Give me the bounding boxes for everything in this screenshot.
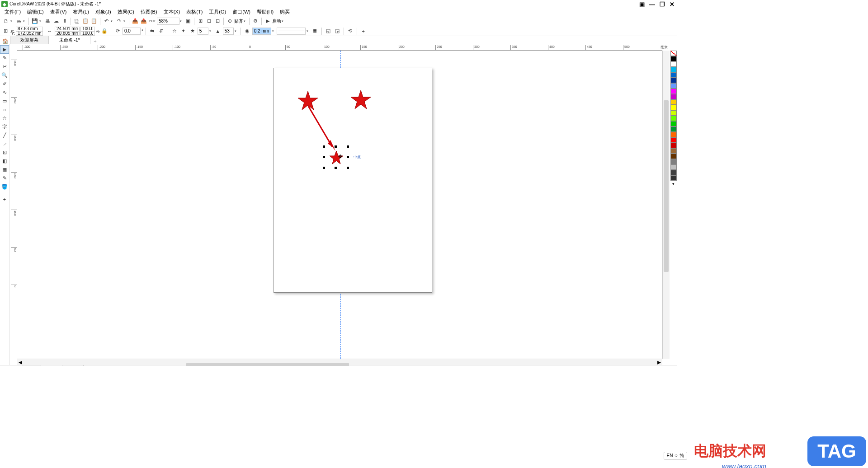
open-icon[interactable]: 🗁 xyxy=(14,17,23,25)
zoom-tool[interactable]: 🔍 xyxy=(0,71,9,80)
clipboard-icon[interactable]: 📋 xyxy=(90,17,98,25)
tab-welcome[interactable]: 欢迎屏幕 xyxy=(10,36,49,44)
swatch[interactable] xyxy=(670,143,677,148)
import-icon[interactable]: 📥 xyxy=(131,17,139,25)
rectangle-tool[interactable]: ▭ xyxy=(0,97,9,105)
swatch[interactable] xyxy=(670,89,677,94)
transparency-tool[interactable]: ▦ xyxy=(0,165,9,174)
swatch[interactable] xyxy=(670,56,677,61)
menu-text[interactable]: 文本(X) xyxy=(161,8,183,16)
tab-document[interactable]: 未命名 -1* xyxy=(49,36,90,44)
menu-effect[interactable]: 效果(C) xyxy=(115,8,137,16)
swatch[interactable] xyxy=(670,105,677,110)
swatch[interactable] xyxy=(670,99,677,105)
mirror-h-icon[interactable]: ⇋ xyxy=(148,27,156,35)
convert-icon[interactable]: ⟲ xyxy=(346,27,354,35)
tab-add[interactable]: + xyxy=(92,38,99,44)
swatch[interactable] xyxy=(670,67,677,72)
front-icon[interactable]: ◱ xyxy=(324,27,332,35)
swatch[interactable] xyxy=(670,126,677,132)
lock-icon[interactable]: 🔒 xyxy=(100,27,108,35)
back-icon[interactable]: ◲ xyxy=(333,27,341,35)
sharp-input[interactable] xyxy=(223,28,234,35)
y-input[interactable] xyxy=(16,31,43,36)
export2-icon[interactable]: 📤 xyxy=(140,17,148,25)
launch-label[interactable]: 启动 xyxy=(272,18,281,24)
polygon-tool[interactable]: ☆ xyxy=(0,114,9,122)
swatch[interactable] xyxy=(670,175,677,181)
menu-buy[interactable]: 购买 xyxy=(277,8,292,16)
swatch[interactable] xyxy=(670,110,677,116)
scrollbar-h[interactable]: ◂ ▸ xyxy=(17,359,662,365)
menu-window[interactable]: 窗口(W) xyxy=(230,8,253,16)
swatch[interactable] xyxy=(670,170,677,175)
menu-bitmap[interactable]: 位图(B) xyxy=(138,8,160,16)
swatch[interactable] xyxy=(670,137,677,143)
star-outline-icon[interactable]: ☆ xyxy=(170,27,179,35)
guides-icon[interactable]: ⊟ xyxy=(205,17,213,25)
crop-tool[interactable]: ✂ xyxy=(0,62,9,71)
menu-tools[interactable]: 工具(O) xyxy=(206,8,229,16)
paste-icon[interactable]: 📋 xyxy=(81,17,90,25)
mirror-v-icon[interactable]: ⇵ xyxy=(157,27,165,35)
dropshadow-tool[interactable]: ◧ xyxy=(0,157,9,165)
swatch[interactable] xyxy=(670,116,677,121)
menu-help[interactable]: 帮助(H) xyxy=(254,8,276,16)
copy-icon[interactable]: ⿻ xyxy=(73,17,81,25)
fill-tool[interactable]: 🪣 xyxy=(0,183,9,191)
palette-down-icon[interactable]: ▾ xyxy=(670,182,677,186)
outline-input[interactable] xyxy=(252,28,271,35)
line-style[interactable] xyxy=(277,28,306,35)
wizard-icon[interactable]: ▣ xyxy=(639,1,645,8)
print-icon[interactable]: 🖶 xyxy=(43,17,52,25)
menu-table[interactable]: 表格(T) xyxy=(184,8,205,16)
scrollbar-v[interactable] xyxy=(662,51,670,359)
complex-star-icon[interactable]: ✦ xyxy=(179,27,188,35)
menu-edit[interactable]: 编辑(E) xyxy=(24,8,47,16)
minimize-button[interactable]: — xyxy=(649,1,655,8)
close-button[interactable]: ✕ xyxy=(670,1,675,8)
cloud-icon[interactable]: ☁ xyxy=(52,17,60,25)
fullscreen-icon[interactable]: ▣ xyxy=(184,17,192,25)
swatch[interactable] xyxy=(670,61,677,67)
height-input[interactable] xyxy=(55,31,80,36)
swatch[interactable] xyxy=(670,154,677,159)
add-icon[interactable]: + xyxy=(359,27,368,35)
menu-layout[interactable]: 布局(L) xyxy=(70,8,91,16)
dimension-tool[interactable]: ⟋ xyxy=(0,140,9,148)
menu-object[interactable]: 对象(J) xyxy=(93,8,114,16)
eyedropper-tool[interactable]: ✎ xyxy=(0,174,9,183)
ruler-horizontal[interactable]: -300 -250 -200 -150 -100 -50 0 50 100 15… xyxy=(17,44,662,51)
grid-icon[interactable]: ⊞ xyxy=(196,17,204,25)
selection-handles[interactable] xyxy=(323,145,349,169)
undo-icon[interactable]: ↶ xyxy=(102,17,110,25)
guides2-icon[interactable]: ⊡ xyxy=(213,17,222,25)
connector-tool[interactable]: ⊡ xyxy=(0,148,9,157)
rotate-input[interactable] xyxy=(123,28,141,35)
snap-label[interactable]: 贴齐 xyxy=(234,18,243,24)
pdf-icon[interactable]: PDF xyxy=(148,17,156,25)
swatch[interactable] xyxy=(670,148,677,154)
viewport[interactable]: ✥ 中点 xyxy=(17,51,662,359)
swatch[interactable] xyxy=(670,132,677,137)
save-icon[interactable]: 💾 xyxy=(31,17,39,25)
x-input[interactable] xyxy=(16,27,43,31)
export-icon[interactable]: ⬆ xyxy=(61,17,69,25)
swatch[interactable] xyxy=(670,164,677,170)
freehand-tool[interactable]: ✐ xyxy=(0,80,9,88)
zoom-input[interactable] xyxy=(157,18,179,25)
width-input[interactable] xyxy=(55,27,80,31)
pick-tool[interactable]: ▶ xyxy=(0,45,9,54)
swatch[interactable] xyxy=(670,83,677,89)
menu-view[interactable]: 查看(V) xyxy=(47,8,70,16)
redo-icon[interactable]: ↷ xyxy=(115,17,123,25)
swatch[interactable] xyxy=(670,78,677,83)
options-icon[interactable]: ⚙ xyxy=(251,17,259,25)
line-tool[interactable]: ╱ xyxy=(0,131,9,140)
maximize-button[interactable]: ❐ xyxy=(660,1,665,8)
text-tool[interactable]: 字 xyxy=(0,122,9,131)
swatch-none[interactable] xyxy=(670,51,677,56)
shape-tool[interactable]: ✎ xyxy=(0,54,9,62)
home-icon[interactable]: 🏠 xyxy=(2,38,9,44)
wrap-icon[interactable]: ≣ xyxy=(311,27,319,35)
